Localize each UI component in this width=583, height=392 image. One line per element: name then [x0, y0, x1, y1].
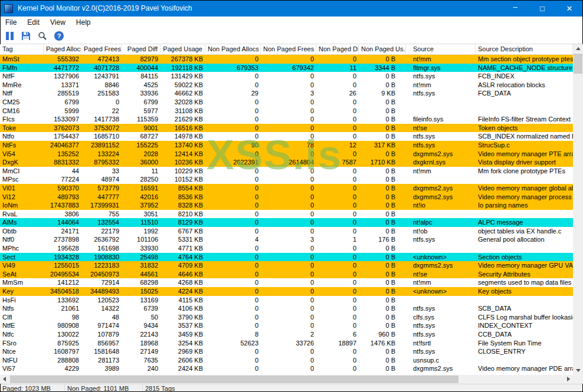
table-row[interactable]: Vi57422939892402424 KB0000 Bdxgmms2.sysV… — [0, 364, 573, 373]
menu-edit[interactable]: Edit — [22, 17, 45, 28]
table-row[interactable]: Key3450451834489493150254224 KB0000 B<un… — [0, 287, 573, 296]
table-row[interactable]: NtfE98090897147494343537 KB0000 Bntfs.sy… — [0, 321, 573, 330]
pause-button[interactable] — [1, 29, 18, 43]
cell-pf: 8795332 — [81, 158, 122, 167]
cell-pa: 141212 — [44, 278, 81, 287]
cell-nf: 0 — [261, 304, 316, 313]
table-row[interactable]: Vi12489793447777420168536 KB0000 Bdxgmms… — [0, 193, 573, 202]
cell-src — [406, 175, 476, 184]
cell-na: 0 — [205, 313, 261, 322]
column-header-pf[interactable]: Paged Frees — [81, 44, 122, 54]
cell-pu: 4764 KB — [161, 253, 205, 262]
cell-pa: 1533097 — [44, 115, 81, 124]
horizontal-scrollbar[interactable] — [0, 375, 583, 384]
pause-icon — [6, 32, 14, 40]
cell-nf: 679342 — [261, 64, 316, 73]
table-row[interactable]: Vi4912550151223183318324709 KB0000 Bdxgm… — [0, 261, 573, 270]
cell-pd: 18968 — [122, 339, 161, 348]
cell-nf: 0 — [261, 175, 316, 184]
horizontal-scroll-thumb[interactable] — [10, 375, 458, 383]
column-header-desc[interactable]: Source Description — [476, 44, 573, 54]
table-row[interactable]: NtFU28880828117376352606 KB0000 Busnsup.… — [0, 356, 573, 365]
cell-desc: INDEX_CONTEXT — [476, 321, 573, 330]
cell-nu: 3344 B — [359, 64, 406, 73]
search-button[interactable] — [34, 29, 51, 43]
save-button[interactable] — [18, 29, 34, 43]
cell-src: nt!io — [406, 201, 476, 210]
close-button[interactable]: ✕ — [556, 0, 583, 17]
table-row[interactable]: Ntfo175443716857106872714978 KB0000 Bntf… — [0, 132, 573, 141]
table-row[interactable]: HsFi133692120523131694115 KB0000 B — [0, 296, 573, 305]
cell-pf: 2636792 — [81, 235, 122, 244]
table-row[interactable]: Ntf0273789826367921011065331 KB431176 Bn… — [0, 235, 573, 244]
column-header-nd[interactable]: Non Paged Diff — [316, 44, 359, 54]
column-header-pa[interactable]: Paged Allocs — [44, 44, 81, 54]
help-button[interactable]: ? — [51, 29, 67, 43]
table-row[interactable]: Vi54135252133224202812414 KB0000 Bdxgmms… — [0, 150, 573, 159]
window-title: Kernel Pool Monitor v2.0(C)2016-2019 Pav… — [18, 4, 192, 12]
title-bar[interactable]: Kernel Pool Monitor v2.0(C)2016-2019 Pav… — [0, 0, 583, 17]
table-row[interactable]: SeAt2049553420450973445614646 KB0000 Bnt… — [0, 270, 573, 279]
cell-nf: 0 — [261, 278, 316, 287]
table-row[interactable]: CM2567990679932028 KB0000 B — [0, 98, 573, 107]
menu-file[interactable]: File — [0, 17, 22, 28]
table-row[interactable]: Obtb241712217919926767 KB0000 Bnt!obobje… — [0, 227, 573, 236]
cell-na: 0 — [205, 261, 261, 270]
column-header-nf[interactable]: Non Paged Frees — [261, 44, 316, 54]
table-row[interactable]: IoNm1743788317399931379528328 KB0000 Bnt… — [0, 201, 573, 210]
scroll-right-arrow[interactable] — [563, 375, 573, 384]
table-row[interactable]: MmCI44331110229 KB0000 Bnt!mmMm fork clo… — [0, 167, 573, 176]
table-row[interactable]: NtFs240463772389115215522513740 KB907812… — [0, 141, 573, 150]
cell-src: ntfs.sys — [406, 89, 476, 98]
cell-pd: 44561 — [122, 270, 161, 279]
column-header-pu[interactable]: Paged Usage — [161, 44, 205, 54]
column-header-pd[interactable]: Paged Diff — [122, 44, 161, 54]
cell-pf: 971474 — [81, 321, 122, 330]
minimize-button[interactable]: – — [502, 0, 529, 17]
vertical-scroll-thumb[interactable] — [574, 54, 582, 74]
scroll-up-arrow[interactable] — [573, 44, 583, 53]
table-row[interactable]: Toke37620733753072900116516 KB0000 Bnt!s… — [0, 124, 573, 133]
table-row[interactable]: FIcs1533097141773811535921629 KB0000 Bfi… — [0, 115, 573, 124]
menu-view[interactable]: View — [45, 17, 71, 28]
table-row[interactable]: Ntfs210611432267394106 KB0000 Bntfs.sysS… — [0, 304, 573, 313]
table-row[interactable]: Ntff2855192515833393646662 KB293269 KBnt… — [0, 89, 573, 98]
table-row[interactable]: CIfl9848503790 KB0000 Bclfs.sysCLFS Log … — [0, 313, 573, 322]
cell-desc: StrucSup.c — [476, 141, 573, 150]
table-row[interactable]: MPhc195628161698339304771 KB0000 B — [0, 244, 573, 253]
table-row[interactable]: MmSm14121272914682984268 KB0000 Bnt!mmse… — [0, 278, 573, 287]
table-row[interactable]: MmSt55539247241382979267378 KB0000 Bnt!m… — [0, 55, 573, 64]
cell-nu: 0 B — [359, 124, 406, 133]
table-row[interactable]: CM16599922597731108 KB0000 B — [0, 107, 573, 116]
table-row[interactable]: Ntce16087971581648271492969 KB0000 Bntfs… — [0, 347, 573, 356]
table-row[interactable]: Vi01590370573779165918554 KB0000 Bdxgmms… — [0, 184, 573, 193]
vertical-scrollbar[interactable] — [573, 44, 583, 375]
table-row[interactable]: RvaL380675530518210 KB0000 B — [0, 210, 573, 219]
table-row[interactable]: NtfF1327906124379184115131429 KB0000 Bnt… — [0, 72, 573, 81]
cell-pa: 2737898 — [44, 235, 81, 244]
menu-help[interactable]: Help — [71, 17, 96, 28]
cell-pu: 13740 KB — [161, 141, 205, 150]
column-header-tag[interactable]: Tag — [0, 44, 44, 54]
table-row[interactable]: AlMs144064132554115108129 KB0000 Bnt!alp… — [0, 218, 573, 227]
maximize-button[interactable]: □ — [529, 0, 556, 17]
cell-pu: 8536 KB — [161, 193, 205, 202]
table-row[interactable]: Sect19343281908830254984764 KB0000 B<unk… — [0, 253, 573, 262]
cell-desc: Video memory manager process heap all — [476, 193, 573, 202]
table-row[interactable]: MPsc77224489742825010152 KB0000 B — [0, 175, 573, 184]
column-header-src[interactable]: Source — [406, 44, 476, 54]
table-row[interactable]: MmRe133718846452559022 KB0000 Bnt!mmASLR… — [0, 81, 573, 90]
table-row[interactable]: Ntfc130022107879221433459 KB826960 Bntfs… — [0, 330, 573, 339]
cell-pd: 6739 — [122, 304, 161, 313]
table-row[interactable]: FSro875925856957189683254 KB526233372618… — [0, 339, 573, 348]
table-row[interactable]: DxgK883133287953323600010236 KB262239126… — [0, 158, 573, 167]
scroll-down-arrow[interactable] — [573, 366, 583, 375]
table-row[interactable]: FMfn44717724071728400044192118 KB6793536… — [0, 64, 573, 73]
cell-pu: 3790 KB — [161, 313, 205, 322]
cell-pu: 5331 KB — [161, 235, 205, 244]
cell-src: nt!mm — [406, 55, 476, 64]
scroll-left-arrow[interactable] — [0, 375, 10, 384]
column-header-nu[interactable]: Non Paged Us... — [359, 44, 406, 54]
cell-src: ntfs.sys — [406, 347, 476, 356]
column-header-na[interactable]: Non Paged Allocs — [205, 44, 261, 54]
